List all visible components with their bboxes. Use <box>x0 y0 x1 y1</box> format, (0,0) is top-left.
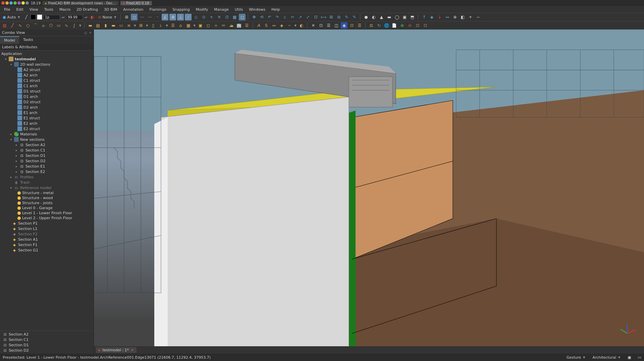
preflight-icon[interactable]: ☰ <box>356 22 363 29</box>
arc-icon[interactable]: ⌒ <box>32 22 39 29</box>
tree-item[interactable]: ▸⊡Section A2 <box>0 142 94 147</box>
rebar-icon[interactable]: ≡ <box>125 22 132 29</box>
polyline-icon[interactable]: ⎄ <box>40 22 47 29</box>
snap-near-icon[interactable]: + <box>208 14 215 20</box>
tree-app[interactable]: Application <box>0 51 94 56</box>
undo-icon[interactable]: ↶ <box>266 14 273 20</box>
tree-item[interactable]: ◆Section F2 <box>0 231 94 237</box>
array-icon[interactable]: ⊞ <box>328 14 334 20</box>
snap-center-icon[interactable]: · <box>154 14 161 20</box>
menu-2d-drafting[interactable]: 2D Drafting <box>74 7 101 12</box>
tree-item[interactable]: ▸⊡Section E1 <box>0 164 94 169</box>
zoom-icon[interactable]: ⊕ <box>451 14 458 20</box>
edit-icon[interactable]: ✎ <box>351 14 358 20</box>
dropdown-icon[interactable]: ▼ <box>193 24 196 27</box>
tree-item[interactable]: C1 struct <box>0 78 94 83</box>
plus-icon[interactable]: + <box>467 14 474 20</box>
dropdown-icon[interactable]: ▼ <box>165 24 168 27</box>
tree-item[interactable]: ◆Section L1 <box>0 226 94 231</box>
face-color-swatch[interactable] <box>31 14 36 20</box>
draft2sketch-icon[interactable]: ✎ <box>343 14 350 20</box>
offset-icon[interactable]: ⎌ <box>281 14 288 20</box>
dropdown-icon[interactable]: ▼ <box>133 24 137 27</box>
tree-item[interactable]: ▸⊡Section D1 <box>0 153 94 158</box>
material-icon[interactable]: ◉ <box>341 22 347 29</box>
tree-item[interactable]: A2 struct <box>0 67 94 72</box>
document-tab[interactable]: ▸ testmodel : 1* ✕ <box>96 347 137 353</box>
menu-file[interactable]: File <box>1 7 13 12</box>
menu-tools[interactable]: Tools <box>42 7 56 12</box>
toggle-grid-icon[interactable]: ◻ <box>239 14 246 20</box>
snap-perpendicular-icon[interactable]: ⊥ <box>177 14 184 20</box>
pipe-icon[interactable]: ⫰ <box>157 22 164 29</box>
line-style-icon[interactable]: ╱ <box>23 14 30 20</box>
tree-item[interactable]: ◆Section P1 <box>0 221 94 226</box>
close-tab-icon[interactable]: ✕ <box>131 348 133 352</box>
menu-view[interactable]: View <box>27 7 41 12</box>
shortcut-item[interactable]: ⊡Section D2 <box>0 348 94 353</box>
circle-icon[interactable]: ○ <box>24 22 31 29</box>
clone-icon[interactable]: ⧉ <box>335 14 342 20</box>
beam-icon[interactable]: ▬ <box>110 22 117 29</box>
menu-snapping[interactable]: Snapping <box>170 7 193 12</box>
layers-icon[interactable]: ◫ <box>333 22 340 29</box>
shortcut-item[interactable]: ⊡Section C1 <box>0 337 94 342</box>
dropdown-icon[interactable]: ▼ <box>78 24 82 27</box>
menu-modify[interactable]: Modify <box>193 7 211 12</box>
snap-lock-icon[interactable]: ◻ <box>131 14 138 20</box>
stairs-icon[interactable]: ☰ <box>170 22 176 29</box>
text-icon[interactable]: A <box>255 22 262 29</box>
close-window-icon[interactable] <box>1 1 5 5</box>
taskbar-tab[interactable]: ▸ FreeCAD BIM development news - Dec... <box>43 1 118 5</box>
space-icon[interactable]: ◻ <box>205 22 212 29</box>
level-icon[interactable]: ☰ <box>244 22 250 29</box>
construction-mode-icon[interactable]: ◐ <box>89 14 96 20</box>
flamingo-icon[interactable]: ⚖ <box>368 22 375 29</box>
tab-model[interactable]: Model <box>0 36 19 44</box>
snap-intersection-icon[interactable]: ⊕ <box>169 14 176 20</box>
tree-item[interactable]: E2 arch <box>0 121 94 126</box>
tree-item[interactable]: C1 arch <box>0 83 94 88</box>
undock-icon[interactable]: ◱ <box>84 31 87 35</box>
minus-icon[interactable]: − <box>475 14 481 20</box>
status-icon[interactable]: ▣ <box>628 355 631 360</box>
close-panel-icon[interactable]: ✕ <box>89 31 92 35</box>
export-icon[interactable]: 🌐 <box>383 22 390 29</box>
tree-item[interactable]: ▸⊡Section C1 <box>0 147 94 153</box>
menu-3d-bim[interactable]: 3D BIM <box>101 7 120 12</box>
tree-group-trash[interactable]: ▸🗑Trash <box>0 180 94 185</box>
preferences-icon[interactable]: ✕ <box>310 22 317 29</box>
snap-midpoint-icon[interactable]: ⋯ <box>146 14 153 20</box>
tree-group-wallsections[interactable]: ▾2D wall sections <box>0 62 94 67</box>
tree-item[interactable]: Structure - metal <box>0 190 94 195</box>
snap-ortho-icon[interactable]: ✕ <box>216 14 222 20</box>
rectangle-icon[interactable]: ▭ <box>55 22 62 29</box>
bezier-icon[interactable]: ∫ <box>71 22 77 29</box>
menu-flamingo[interactable]: Flamingo <box>147 7 169 12</box>
menu-utils[interactable]: Utils <box>232 7 246 12</box>
curtain-wall-icon[interactable]: ▤ <box>95 22 101 29</box>
roof-icon[interactable]: ⌂ <box>177 22 184 29</box>
stepper-icon[interactable]: ▴▾ <box>61 16 65 19</box>
shortcut-item[interactable]: ⊡Section D1 <box>0 342 94 348</box>
tree-item[interactable]: D2 struct <box>0 99 94 105</box>
tree-group-profiles[interactable]: ▸🗀Profiles <box>0 174 94 180</box>
line-width-input[interactable] <box>43 15 60 20</box>
extend-icon[interactable]: ↗ <box>297 14 304 20</box>
site-icon[interactable]: ⛰ <box>228 22 235 29</box>
snap-extension-icon[interactable]: ⟋ <box>185 14 192 20</box>
taskbar-tab[interactable]: ▸ FreeCAD 0.18 <box>120 1 152 5</box>
snap-dimensions-icon[interactable]: ⊡ <box>223 14 230 20</box>
tree-item[interactable]: D2 arch <box>0 105 94 110</box>
tree-item[interactable]: ◆Section G1 <box>0 247 94 253</box>
redo-icon[interactable]: ↷ <box>274 14 280 20</box>
nudge-icon[interactable]: ⊡ <box>414 22 421 29</box>
box-icon[interactable]: ▣ <box>401 14 408 20</box>
tree-item[interactable]: Structure - wood <box>0 195 94 200</box>
building-icon[interactable]: 🏢 <box>236 22 243 29</box>
unit-selector[interactable]: Architectural▼ <box>592 355 621 360</box>
status-icon[interactable]: ▭ <box>638 355 641 360</box>
tree-item[interactable]: A2 arch <box>0 72 94 78</box>
stepper-icon[interactable]: ▴▾ <box>84 16 88 19</box>
snap-endpoint-icon[interactable]: ⋯ <box>139 14 145 20</box>
